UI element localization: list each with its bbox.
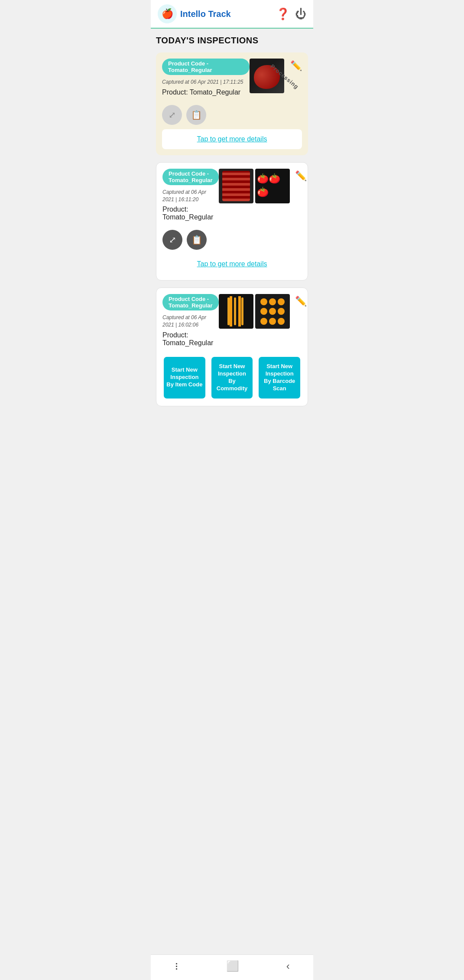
back-icon[interactable]: ‹ xyxy=(286,960,290,972)
bottom-nav: ⫶ ⬜ ‹ xyxy=(151,954,313,980)
card-3-badge: Product Code - Tomato_Regular xyxy=(162,294,219,310)
home-icon[interactable]: ⬜ xyxy=(226,960,239,972)
card-2-actions: ⤢ 📋 xyxy=(162,230,302,250)
card-2-image-1 xyxy=(219,169,253,203)
start-inspection-item-code-button[interactable]: Start New Inspection By Item Code xyxy=(162,356,207,400)
new-inspection-buttons: Start New Inspection By Item Code Start … xyxy=(162,356,302,400)
page-title: TODAY'S INSPECTIONS xyxy=(156,36,308,46)
card-3-info: Product Code - Tomato_Regular Captured a… xyxy=(162,294,219,351)
card-1-product: Product: Tomato_Regular xyxy=(162,88,250,96)
main-content: TODAY'S INSPECTIONS Product Code - Tomat… xyxy=(151,29,313,954)
card-1-tap-details[interactable]: Tap to get more details xyxy=(162,129,302,149)
app-header: 🍎 Intello Track ❓ ⏻ xyxy=(151,0,313,29)
card-3-edit-icon[interactable]: ✏️ xyxy=(295,296,307,307)
card-1-meta: Captured at 06 Apr 2021 | 17:11:25 xyxy=(162,78,250,86)
card-1-share-button[interactable]: ⤢ xyxy=(162,105,182,125)
card-1-image-area: Processing ✏️ xyxy=(250,59,302,93)
card-3-image-area: ✏️ xyxy=(219,294,307,329)
help-icon[interactable]: ❓ xyxy=(276,7,290,21)
card-1-actions: ⤢ 📋 xyxy=(162,105,302,125)
card-2-edit-icon[interactable]: ✏️ xyxy=(295,170,307,182)
card-2-report-button[interactable]: 📋 xyxy=(187,230,207,250)
card-3-image-1 xyxy=(219,294,253,329)
card-2-image-area: ✏️ xyxy=(219,169,307,203)
card-1-info: Product Code - Tomato_Regular Captured a… xyxy=(162,59,250,101)
card-1-details-link[interactable]: Tap to get more details xyxy=(197,135,267,143)
card-3-product: Product: Tomato_Regular xyxy=(162,331,219,347)
card-3-image-2 xyxy=(255,294,290,329)
start-inspection-barcode-button[interactable]: Start New Inspection By Barcode Scan xyxy=(257,356,302,400)
card-2-top: Product Code - Tomato_Regular Captured a… xyxy=(162,169,302,226)
card-1-report-button[interactable]: 📋 xyxy=(186,105,206,125)
inspection-card-2: Product Code - Tomato_Regular Captured a… xyxy=(156,162,308,281)
card-3-top: Product Code - Tomato_Regular Captured a… xyxy=(162,294,302,351)
card-2-image-2 xyxy=(255,169,290,203)
logo-area: 🍎 Intello Track xyxy=(158,4,231,23)
inspection-card-3: Product Code - Tomato_Regular Captured a… xyxy=(156,287,308,406)
app-title: Intello Track xyxy=(180,9,231,19)
app-logo-icon: 🍎 xyxy=(158,4,177,23)
card-1-badge: Product Code - Tomato_Regular xyxy=(162,59,250,75)
card-2-product: Product: Tomato_Regular xyxy=(162,206,219,221)
card-1-image-wrap: Processing xyxy=(250,59,284,93)
card-3-meta: Captured at 06 Apr 2021 | 16:02:06 xyxy=(162,314,219,329)
header-actions: ❓ ⏻ xyxy=(276,7,306,21)
card-2-meta: Captured at 06 Apr 2021 | 16:11:20 xyxy=(162,189,219,203)
power-icon[interactable]: ⏻ xyxy=(295,7,306,21)
card-2-badge: Product Code - Tomato_Regular xyxy=(162,169,219,185)
card-2-share-button[interactable]: ⤢ xyxy=(162,230,182,250)
start-inspection-commodity-button[interactable]: Start New Inspection By Commodity xyxy=(210,356,254,400)
inspection-card-1: Product Code - Tomato_Regular Captured a… xyxy=(156,52,308,155)
card-1-edit-icon[interactable]: ✏️ xyxy=(290,60,302,72)
card-2-details-link[interactable]: Tap to get more details xyxy=(197,260,267,268)
menu-icon[interactable]: ⫶ xyxy=(174,960,179,972)
card-2-info: Product Code - Tomato_Regular Captured a… xyxy=(162,169,219,226)
logo-emoji: 🍎 xyxy=(162,8,173,20)
card-1-top: Product Code - Tomato_Regular Captured a… xyxy=(162,59,302,101)
card-2-tap-details[interactable]: Tap to get more details xyxy=(162,254,302,274)
